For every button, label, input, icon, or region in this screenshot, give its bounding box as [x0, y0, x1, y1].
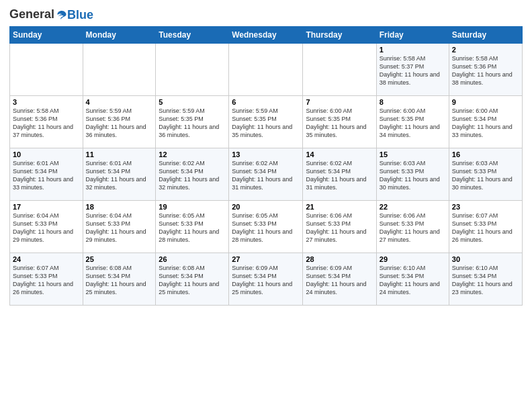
calendar-cell: 11Sunrise: 6:01 AM Sunset: 5:34 PM Dayli…: [83, 148, 156, 201]
day-number: 30: [452, 255, 519, 263]
day-number: 26: [159, 255, 226, 263]
day-number: 14: [306, 150, 373, 158]
day-number: 3: [13, 98, 80, 106]
calendar-cell: 4Sunrise: 5:59 AM Sunset: 5:36 PM Daylig…: [83, 96, 156, 148]
calendar-week-row: 24Sunrise: 6:07 AM Sunset: 5:33 PM Dayli…: [10, 253, 523, 306]
calendar-cell: 6Sunrise: 5:59 AM Sunset: 5:35 PM Daylig…: [229, 96, 303, 148]
day-info: Sunrise: 5:59 AM Sunset: 5:35 PM Dayligh…: [159, 107, 226, 140]
calendar-cell: 21Sunrise: 6:06 AM Sunset: 5:33 PM Dayli…: [303, 201, 376, 253]
day-number: 8: [380, 98, 446, 106]
calendar-cell: 16Sunrise: 6:03 AM Sunset: 5:33 PM Dayli…: [449, 148, 522, 201]
calendar-cell: [10, 44, 83, 96]
calendar-cell: 30Sunrise: 6:10 AM Sunset: 5:34 PM Dayli…: [449, 253, 522, 306]
calendar-cell: [156, 44, 229, 96]
day-info: Sunrise: 6:00 AM Sunset: 5:34 PM Dayligh…: [452, 107, 519, 140]
calendar-cell: 7Sunrise: 6:00 AM Sunset: 5:35 PM Daylig…: [303, 96, 376, 148]
day-info: Sunrise: 6:08 AM Sunset: 5:34 PM Dayligh…: [86, 264, 153, 297]
day-number: 17: [13, 203, 80, 211]
weekday-header-wednesday: Wednesday: [229, 27, 303, 44]
day-info: Sunrise: 6:08 AM Sunset: 5:34 PM Dayligh…: [159, 264, 226, 297]
calendar-table: SundayMondayTuesdayWednesdayThursdayFrid…: [9, 26, 523, 306]
calendar-week-row: 10Sunrise: 6:01 AM Sunset: 5:34 PM Dayli…: [10, 148, 523, 201]
day-number: 24: [13, 255, 80, 263]
calendar-cell: 22Sunrise: 6:06 AM Sunset: 5:33 PM Dayli…: [376, 201, 449, 253]
day-number: 21: [306, 203, 373, 211]
day-info: Sunrise: 6:02 AM Sunset: 5:34 PM Dayligh…: [232, 159, 300, 192]
day-number: 27: [232, 255, 300, 263]
day-number: 4: [86, 98, 153, 106]
day-info: Sunrise: 6:04 AM Sunset: 5:33 PM Dayligh…: [13, 212, 80, 244]
calendar-cell: 20Sunrise: 6:05 AM Sunset: 5:33 PM Dayli…: [229, 201, 303, 253]
day-info: Sunrise: 6:10 AM Sunset: 5:34 PM Dayligh…: [452, 264, 519, 297]
header: General Blue: [9, 7, 523, 22]
calendar-cell: 28Sunrise: 6:09 AM Sunset: 5:34 PM Dayli…: [303, 253, 376, 306]
day-info: Sunrise: 6:07 AM Sunset: 5:33 PM Dayligh…: [452, 212, 519, 244]
day-info: Sunrise: 6:09 AM Sunset: 5:34 PM Dayligh…: [306, 264, 373, 297]
day-number: 25: [86, 255, 153, 263]
calendar-cell: 13Sunrise: 6:02 AM Sunset: 5:34 PM Dayli…: [229, 148, 303, 201]
calendar-cell: [83, 44, 156, 96]
day-number: 13: [232, 150, 300, 158]
calendar-cell: 1Sunrise: 5:58 AM Sunset: 5:37 PM Daylig…: [376, 44, 449, 96]
day-info: Sunrise: 6:05 AM Sunset: 5:33 PM Dayligh…: [159, 212, 226, 244]
day-number: 28: [306, 255, 373, 263]
day-info: Sunrise: 5:59 AM Sunset: 5:36 PM Dayligh…: [86, 107, 153, 140]
logo: General Blue: [9, 7, 93, 22]
day-number: 19: [159, 203, 226, 211]
day-info: Sunrise: 6:06 AM Sunset: 5:33 PM Dayligh…: [306, 212, 373, 244]
calendar-cell: 12Sunrise: 6:02 AM Sunset: 5:34 PM Dayli…: [156, 148, 229, 201]
calendar-cell: [229, 44, 303, 96]
calendar-week-row: 17Sunrise: 6:04 AM Sunset: 5:33 PM Dayli…: [10, 201, 523, 253]
day-number: 18: [86, 203, 153, 211]
day-info: Sunrise: 6:10 AM Sunset: 5:34 PM Dayligh…: [380, 264, 446, 297]
calendar-week-row: 1Sunrise: 5:58 AM Sunset: 5:37 PM Daylig…: [10, 44, 523, 96]
weekday-header-sunday: Sunday: [10, 27, 83, 44]
day-info: Sunrise: 6:09 AM Sunset: 5:34 PM Dayligh…: [232, 264, 300, 297]
calendar-cell: 26Sunrise: 6:08 AM Sunset: 5:34 PM Dayli…: [156, 253, 229, 306]
day-info: Sunrise: 6:07 AM Sunset: 5:33 PM Dayligh…: [13, 264, 80, 297]
calendar-cell: 24Sunrise: 6:07 AM Sunset: 5:33 PM Dayli…: [10, 253, 83, 306]
day-number: 9: [452, 98, 519, 106]
day-info: Sunrise: 6:03 AM Sunset: 5:33 PM Dayligh…: [452, 159, 519, 192]
day-number: 6: [232, 98, 300, 106]
day-info: Sunrise: 6:04 AM Sunset: 5:33 PM Dayligh…: [86, 212, 153, 244]
day-number: 2: [452, 46, 519, 54]
day-number: 29: [380, 255, 446, 263]
day-number: 22: [380, 203, 446, 211]
logo-general-text: General: [9, 7, 54, 21]
day-info: Sunrise: 6:02 AM Sunset: 5:34 PM Dayligh…: [306, 159, 373, 192]
day-number: 16: [452, 150, 519, 158]
weekday-header-saturday: Saturday: [449, 27, 522, 44]
calendar-header-row: SundayMondayTuesdayWednesdayThursdayFrid…: [10, 27, 523, 44]
day-info: Sunrise: 5:58 AM Sunset: 5:36 PM Dayligh…: [13, 107, 80, 140]
day-info: Sunrise: 6:00 AM Sunset: 5:35 PM Dayligh…: [306, 107, 373, 140]
day-number: 11: [86, 150, 153, 158]
calendar-cell: 3Sunrise: 5:58 AM Sunset: 5:36 PM Daylig…: [10, 96, 83, 148]
calendar-cell: [303, 44, 376, 96]
weekday-header-thursday: Thursday: [303, 27, 376, 44]
day-info: Sunrise: 6:01 AM Sunset: 5:34 PM Dayligh…: [13, 159, 80, 192]
day-number: 15: [380, 150, 446, 158]
logo-blue-text: Blue: [67, 8, 93, 21]
calendar-cell: 17Sunrise: 6:04 AM Sunset: 5:33 PM Dayli…: [10, 201, 83, 253]
calendar-cell: 23Sunrise: 6:07 AM Sunset: 5:33 PM Dayli…: [449, 201, 522, 253]
calendar-cell: 18Sunrise: 6:04 AM Sunset: 5:33 PM Dayli…: [83, 201, 156, 253]
calendar-cell: 2Sunrise: 5:58 AM Sunset: 5:36 PM Daylig…: [449, 44, 522, 96]
calendar-cell: 10Sunrise: 6:01 AM Sunset: 5:34 PM Dayli…: [10, 148, 83, 201]
day-info: Sunrise: 5:59 AM Sunset: 5:35 PM Dayligh…: [232, 107, 300, 140]
day-number: 10: [13, 150, 80, 158]
day-info: Sunrise: 6:02 AM Sunset: 5:34 PM Dayligh…: [159, 159, 226, 192]
day-number: 7: [306, 98, 373, 106]
day-info: Sunrise: 6:06 AM Sunset: 5:33 PM Dayligh…: [380, 212, 446, 244]
day-info: Sunrise: 5:58 AM Sunset: 5:36 PM Dayligh…: [452, 54, 519, 87]
day-info: Sunrise: 6:03 AM Sunset: 5:33 PM Dayligh…: [380, 159, 446, 192]
calendar-cell: 29Sunrise: 6:10 AM Sunset: 5:34 PM Dayli…: [376, 253, 449, 306]
day-number: 1: [380, 46, 446, 54]
page-container: General Blue SundayMondayTuesdayWednesda…: [0, 0, 532, 310]
weekday-header-monday: Monday: [83, 27, 156, 44]
calendar-cell: 15Sunrise: 6:03 AM Sunset: 5:33 PM Dayli…: [376, 148, 449, 201]
calendar-cell: 27Sunrise: 6:09 AM Sunset: 5:34 PM Dayli…: [229, 253, 303, 306]
day-number: 12: [159, 150, 226, 158]
day-info: Sunrise: 6:01 AM Sunset: 5:34 PM Dayligh…: [86, 159, 153, 192]
calendar-week-row: 3Sunrise: 5:58 AM Sunset: 5:36 PM Daylig…: [10, 96, 523, 148]
